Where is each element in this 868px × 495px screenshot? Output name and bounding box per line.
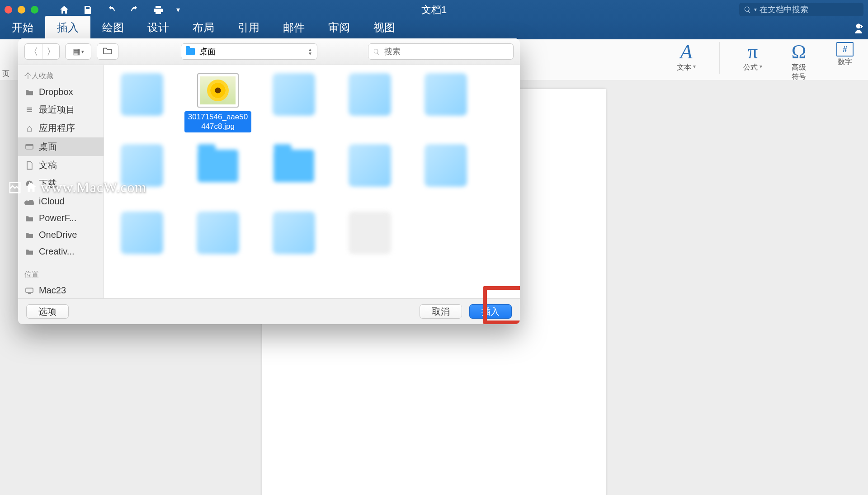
tab-视图[interactable]: 视图 <box>362 16 407 39</box>
sidebar-item-桌面[interactable]: 桌面 <box>18 137 104 156</box>
file-item[interactable] <box>184 212 251 267</box>
nav-buttons: 〈 〉 <box>24 43 60 60</box>
location-popup[interactable]: 桌面 ▲▼ <box>181 43 317 60</box>
options-button[interactable]: 选项 <box>26 304 69 319</box>
share-icon[interactable] <box>853 23 864 37</box>
tab-设计[interactable]: 设计 <box>136 16 181 39</box>
zoom-window-icon[interactable] <box>31 6 38 14</box>
file-item[interactable] <box>336 73 403 132</box>
tab-插入[interactable]: 插入 <box>45 16 90 39</box>
mac-icon <box>24 287 34 295</box>
sidebar-item-label: Creativ... <box>39 246 75 257</box>
folder-icon <box>24 248 34 256</box>
tab-布局[interactable]: 布局 <box>181 16 226 39</box>
tab-开始[interactable]: 开始 <box>0 16 45 39</box>
grid-icon: ▦ <box>73 47 80 57</box>
sidebar-item-Dropbox[interactable]: Dropbox <box>18 84 104 100</box>
svg-rect-3 <box>26 288 33 292</box>
tab-审阅[interactable]: 审阅 <box>316 16 362 39</box>
document-search[interactable]: ▾ 在文档中搜索 <box>739 3 863 16</box>
minimize-window-icon[interactable] <box>18 6 25 14</box>
desktop-icon <box>24 143 34 151</box>
sidebar-item-label: iCloud <box>39 196 65 207</box>
folder-icon <box>24 214 34 222</box>
doc-icon <box>24 161 34 170</box>
search-dropdown-icon[interactable]: ▾ <box>754 6 757 13</box>
insert-button[interactable]: 插入 <box>469 304 512 319</box>
folder-icon <box>24 231 34 239</box>
group-button[interactable] <box>97 43 118 60</box>
close-window-icon[interactable] <box>5 6 12 14</box>
ribbon-高级符号[interactable]: Ω高级符号 <box>786 42 812 80</box>
sidebar-item-Mac23[interactable]: Mac23 <box>18 282 104 298</box>
document-title: 文档1 <box>421 3 447 17</box>
sidebar-item-label: 最近项目 <box>39 104 75 116</box>
chevron-down-icon: ▾ <box>81 49 84 55</box>
file-grid[interactable]: 30171546_aae50447c8.jpg <box>104 65 520 298</box>
stepper-icon: ▲▼ <box>308 47 312 56</box>
redo-icon[interactable] <box>129 5 140 15</box>
file-picker-search[interactable] <box>368 43 514 60</box>
tab-邮件[interactable]: 邮件 <box>271 16 316 39</box>
sidebar-item-Creativ...[interactable]: Creativ... <box>18 243 104 260</box>
folder-icon <box>24 88 34 96</box>
sidebar-item-label: 文稿 <box>39 159 57 171</box>
view-mode-button[interactable]: ▦ ▾ <box>65 43 91 60</box>
search-placeholder: 在文档中搜索 <box>760 4 808 15</box>
folder-icon <box>186 48 195 55</box>
ribbon-文本[interactable]: A文本 <box>673 42 699 72</box>
file-picker-search-input[interactable] <box>383 47 509 57</box>
nav-forward-button[interactable]: 〉 <box>42 44 59 59</box>
sidebar-header-favorites: 个人收藏 <box>18 69 104 84</box>
ribbon-tabs: 开始插入绘图设计布局引用邮件审阅视图 <box>0 19 868 39</box>
file-item[interactable] <box>108 73 175 132</box>
cancel-button[interactable]: 取消 <box>420 304 462 319</box>
customize-qat-icon[interactable]: ▾ <box>176 5 180 14</box>
file-item[interactable] <box>108 212 175 267</box>
sidebar-header-locations: 位置 <box>18 267 104 282</box>
sidebar-item-label: 桌面 <box>39 141 57 153</box>
sidebar-item-label: Dropbox <box>39 87 73 97</box>
file-name-label: 30171546_aae50447c8.jpg <box>184 111 251 132</box>
ribbon-pages-group[interactable]: 页 <box>0 39 12 80</box>
sidebar-item-label: PowerF... <box>39 213 76 223</box>
sidebar-item-label: Mac23 <box>39 285 66 296</box>
file-item[interactable] <box>336 212 403 267</box>
file-item[interactable] <box>260 73 327 132</box>
apps-icon: ⌂ <box>24 124 34 132</box>
tab-绘图[interactable]: 绘图 <box>90 16 136 39</box>
cloud-icon <box>24 198 34 206</box>
save-icon[interactable] <box>82 5 93 15</box>
file-item[interactable] <box>336 144 403 200</box>
nav-back-button[interactable]: 〈 <box>25 44 42 59</box>
ribbon-公式[interactable]: π公式 <box>740 42 766 72</box>
watermark: www.MacW.com <box>8 179 146 196</box>
file-item[interactable] <box>412 73 479 132</box>
sidebar-item-最近项目[interactable]: 最近项目 <box>18 100 104 119</box>
file-picker-toolbar: 〈 〉 ▦ ▾ 桌面 ▲▼ <box>18 38 520 65</box>
svg-rect-1 <box>26 144 33 146</box>
print-icon[interactable] <box>153 5 164 15</box>
sidebar-item-文稿[interactable]: 文稿 <box>18 156 104 174</box>
sidebar-item-OneDrive[interactable]: OneDrive <box>18 226 104 243</box>
folder-item[interactable] <box>184 144 251 200</box>
undo-icon[interactable] <box>106 5 117 15</box>
home-icon[interactable] <box>59 5 70 15</box>
window-controls <box>5 6 50 14</box>
folder-outline-icon <box>103 47 113 57</box>
folder-item[interactable] <box>260 144 327 200</box>
ribbon-pages-label: 页 <box>2 69 9 79</box>
file-item-selected[interactable]: 30171546_aae50447c8.jpg <box>184 73 251 132</box>
quick-access-toolbar: ▾ <box>59 5 180 15</box>
ribbon-数字[interactable]: #数字 <box>832 42 858 67</box>
tab-引用[interactable]: 引用 <box>226 16 271 39</box>
sidebar-item-PowerF...[interactable]: PowerF... <box>18 210 104 226</box>
file-item[interactable] <box>412 144 479 200</box>
file-thumbnail <box>197 73 239 108</box>
list-icon <box>24 106 34 114</box>
sidebar-item-label: OneDrive <box>39 230 77 240</box>
sidebar-item-应用程序[interactable]: ⌂应用程序 <box>18 119 104 137</box>
file-item[interactable] <box>260 212 327 267</box>
location-label: 桌面 <box>199 46 216 57</box>
sidebar-item-label: 应用程序 <box>39 122 75 134</box>
